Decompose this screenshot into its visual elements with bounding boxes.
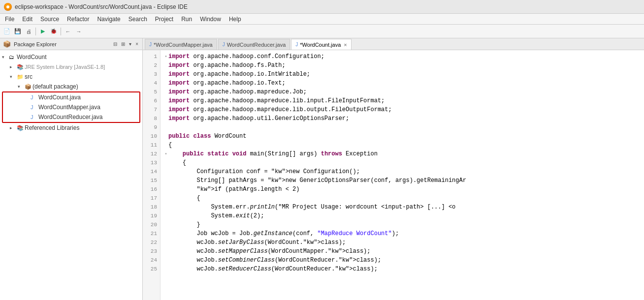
line-number-18: 18 [145, 203, 157, 211]
toolbar: 📄 💾 🖨 ▶ 🐞 ← → [0, 25, 644, 38]
tree-label-wordcount: WordCount [17, 54, 46, 60]
code-line-8: import org.apache.hadoop.util.GenericOpt… [164, 114, 640, 123]
breakpoint-dot: • [164, 150, 168, 159]
line-number-3: 3 [145, 70, 157, 79]
tree-item-defpkg[interactable]: ▾ 📦 (default package) [0, 82, 142, 91]
tree-label-mapper-java: WordCountMapper.java [38, 104, 100, 111]
line-number-4: 4 [145, 79, 157, 88]
panel-close-icon[interactable]: × [134, 41, 139, 47]
code-line-21: Job wcJob = Job.getInstance(conf, "MapRe… [164, 229, 640, 238]
library-icon-reflibs: 📚 [17, 125, 25, 131]
code-line-9 [164, 123, 640, 132]
menu-item-navigate[interactable]: Navigate [93, 15, 124, 24]
line-number-12: 12 [145, 150, 157, 158]
tree-label-reflibs: Referenced Libraries [25, 124, 79, 131]
folder-icon-src: 📁 [17, 74, 25, 80]
toolbar-sep-1 [35, 28, 36, 35]
menu-item-project[interactable]: Project [151, 15, 177, 24]
code-line-2: import org.apache.hadoop.fs.Path; [164, 61, 640, 70]
toolbar-back-btn[interactable]: ← [63, 27, 73, 36]
line-number-2: 2 [145, 61, 157, 70]
java-file-icon-mapper: J [31, 104, 38, 110]
code-line-10: public class WordCount [164, 132, 640, 141]
breakpoint-dot: • [164, 53, 168, 61]
expand-arrow-defpkg: ▾ [18, 84, 25, 89]
expand-arrow-src: ▾ [10, 74, 17, 79]
line-number-25: 25 [145, 265, 157, 273]
window-title: eclipse-workspace - WordCount/src/WordCo… [15, 3, 188, 10]
tree-item-jre[interactable]: ▸ 📚 JRE System Library [JavaSE-1.8] [0, 62, 142, 72]
line-number-22: 22 [145, 238, 157, 247]
tab-close-wordcount[interactable]: × [344, 42, 347, 48]
tab-reducer[interactable]: J WordCountReducer.java [218, 39, 290, 50]
code-line-11: { [164, 141, 640, 150]
panel-maximize-icon[interactable]: ⊞ [120, 41, 126, 47]
toolbar-new-btn[interactable]: 📄 [2, 27, 12, 36]
toolbar-forward-btn[interactable]: → [74, 27, 84, 36]
menu-item-refactor[interactable]: Refactor [63, 15, 93, 24]
code-line-6: import org.apache.hadoop.mapreduce.lib.i… [164, 96, 640, 105]
expand-arrow-wordcount: ▾ [2, 55, 9, 60]
menu-item-search[interactable]: Search [125, 15, 151, 24]
tab-label-mapper: *WordCountMapper.java [154, 42, 213, 48]
code-line-25: wcJob.setReducerClass(WordCountReducer."… [164, 265, 640, 273]
line-number-21: 21 [145, 229, 157, 238]
line-number-24: 24 [145, 256, 157, 265]
tree-item-mapper-java[interactable]: J WordCountMapper.java [3, 102, 139, 112]
expand-arrow-reflibs: ▸ [10, 125, 17, 130]
tree-item-src[interactable]: ▾ 📁 src [0, 72, 142, 82]
tree-item-reflibs[interactable]: ▸ 📚 Referenced Libraries [0, 123, 142, 133]
project-icon: 🗂 [9, 54, 17, 60]
tree-label-wordcount-java: WordCount.java [38, 94, 81, 101]
tree-label-src: src [25, 73, 32, 80]
line-number-8: 8 [145, 114, 157, 123]
code-line-23: wcJob.setMapperClass(WordCountMapper."kw… [164, 247, 640, 256]
code-line-3: import org.apache.hadoop.io.IntWritable; [164, 70, 640, 79]
code-line-5: import org.apache.hadoop.mapreduce.Job; [164, 88, 640, 96]
code-line-4: import org.apache.hadoop.io.Text; [164, 79, 640, 88]
line-number-10: 10 [145, 132, 157, 141]
code-line-19: System.exit(2); [164, 211, 640, 220]
line-number-13: 13 [145, 158, 157, 167]
line-number-17: 17 [145, 194, 157, 203]
toolbar-save-btn[interactable]: 💾 [13, 27, 23, 36]
tab-file-icon-wordcount: J [295, 42, 298, 47]
menu-item-source[interactable]: Source [36, 15, 63, 24]
line-number-20: 20 [145, 220, 157, 229]
toolbar-debug-btn[interactable]: 🐞 [49, 27, 59, 36]
code-line-22: wcJob.setJarByClass(WordCount."kw">class… [164, 238, 640, 247]
code-editor: 1234567891011121314151617181920212223242… [143, 50, 644, 300]
menu-item-window[interactable]: Window [196, 15, 225, 24]
code-line-20: } [164, 220, 640, 229]
menu-item-help[interactable]: Help [225, 15, 245, 24]
tab-wordcount[interactable]: J *WordCount.java × [291, 39, 351, 50]
java-file-icon-reducer: J [31, 114, 38, 120]
panel-menu-icon[interactable]: ▾ [128, 41, 132, 47]
tree-item-wordcount-java[interactable]: J WordCount.java [3, 92, 139, 102]
library-icon-jre: 📚 [17, 64, 25, 70]
line-number-14: 14 [145, 167, 157, 176]
tab-mapper[interactable]: J *WordCountMapper.java [145, 39, 217, 50]
package-explorer-title: Package Explorer [14, 41, 110, 47]
line-number-7: 7 [145, 105, 157, 114]
expand-arrow-jre: ▸ [10, 64, 17, 69]
line-number-9: 9 [145, 123, 157, 132]
package-explorer-icon: 📦 [3, 40, 11, 48]
menu-item-file[interactable]: File [1, 15, 18, 24]
tab-file-icon-mapper: J [149, 42, 152, 47]
tree-item-wordcount[interactable]: ▾ 🗂 WordCount [0, 52, 142, 62]
tree-label-defpkg: (default package) [32, 83, 78, 90]
panel-minimize-icon[interactable]: ⊟ [112, 41, 118, 47]
menu-bar: FileEditSourceRefactorNavigateSearchProj… [0, 14, 644, 25]
toolbar-run-btn[interactable]: ▶ [38, 27, 48, 36]
line-numbers: 1234567891011121314151617181920212223242… [143, 50, 161, 300]
toolbar-print-btn[interactable]: 🖨 [24, 27, 33, 36]
tab-label-reducer: WordCountReducer.java [227, 42, 286, 48]
package-explorer-header: 📦 Package Explorer ⊟ ⊞ ▾ × [0, 38, 142, 50]
menu-item-edit[interactable]: Edit [18, 15, 36, 24]
menu-item-run[interactable]: Run [177, 15, 196, 24]
line-number-15: 15 [145, 176, 157, 185]
code-content[interactable]: •import org.apache.hadoop.conf.Configura… [161, 50, 644, 300]
tree-item-reducer-java[interactable]: J WordCountReducer.java [3, 112, 139, 122]
code-line-1: •import org.apache.hadoop.conf.Configura… [164, 52, 640, 61]
